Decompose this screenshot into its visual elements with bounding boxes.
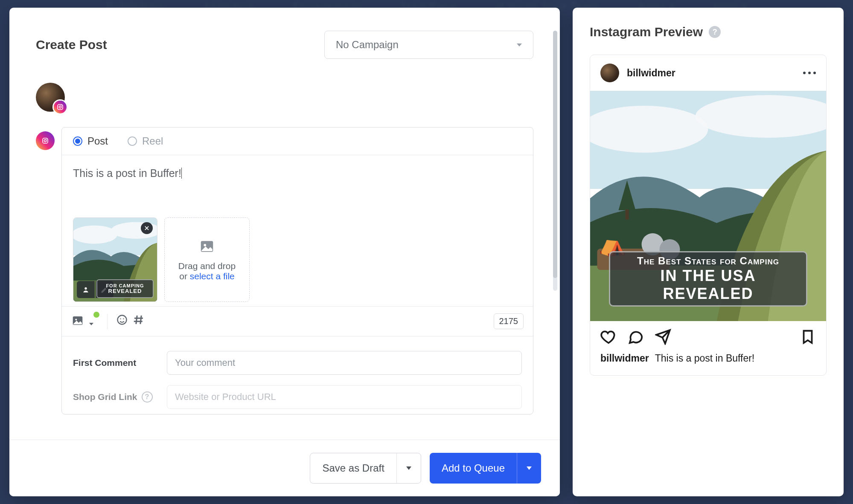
radio-icon [128, 136, 137, 146]
account-avatar[interactable] [36, 83, 65, 112]
chevron-down-icon [89, 323, 93, 325]
hashtag-button[interactable] [132, 313, 145, 329]
create-post-panel: Create Post No Campaign [9, 8, 560, 496]
preview-caption: billwidmer This is a post in Buffer! [590, 350, 826, 375]
emoji-button[interactable] [116, 314, 128, 329]
dropzone-text: or [179, 271, 190, 281]
preview-username: billwidmer [627, 67, 675, 79]
post-text-input[interactable]: This is a post in Buffer! [73, 165, 522, 208]
tag-user-button[interactable] [77, 281, 95, 298]
more-icon[interactable] [803, 72, 816, 74]
preview-caption-text: This is a post in Buffer! [655, 353, 755, 364]
scrollbar[interactable] [553, 31, 557, 291]
campaign-select-value: No Campaign [336, 39, 399, 51]
button-label: Add to Queue [430, 453, 517, 484]
chevron-down-icon [517, 43, 522, 46]
share-icon[interactable] [655, 329, 671, 347]
svg-point-5 [47, 139, 47, 140]
select-file-link[interactable]: select a file [190, 271, 235, 281]
dropzone-text: Drag and drop [178, 261, 236, 271]
preview-caption-username: billwidmer [600, 353, 649, 364]
heart-icon[interactable] [600, 329, 617, 347]
svg-point-7 [73, 226, 117, 244]
svg-rect-21 [626, 209, 629, 220]
post-text-value: This is a post in Buffer! [73, 167, 181, 179]
add-media-button[interactable] [71, 314, 99, 329]
help-icon[interactable]: ? [709, 26, 721, 38]
post-type-post-radio[interactable]: Post [73, 135, 108, 147]
svg-point-4 [44, 139, 46, 142]
composer: Post Reel This is a post in Buffer! [61, 127, 533, 414]
divider [107, 314, 108, 329]
image-icon [199, 238, 215, 257]
status-dot-icon [93, 312, 99, 318]
save-draft-menu-button[interactable] [397, 453, 421, 483]
add-to-queue-button[interactable]: Add to Queue [430, 453, 541, 484]
svg-point-2 [61, 105, 62, 106]
image-dropzone[interactable]: Drag and drop or select a file [164, 217, 250, 302]
instagram-channel-icon [36, 131, 55, 150]
help-icon[interactable]: ? [142, 391, 153, 403]
radio-icon [73, 136, 82, 146]
comment-icon[interactable] [628, 329, 644, 347]
preview-title: Instagram Preview [590, 25, 703, 39]
preview-panel: Instagram Preview ? billwidmer [573, 8, 844, 496]
instagram-preview-card: billwidmer [590, 55, 827, 376]
add-to-queue-menu-button[interactable] [517, 453, 541, 484]
image-text-overlay: The Best States for Camping IN THE USA R… [609, 251, 807, 307]
svg-point-15 [118, 316, 127, 324]
preview-avatar [600, 64, 619, 82]
shop-grid-label: Shop Grid Link ? [73, 391, 158, 403]
button-label: Save as Draft [310, 453, 396, 483]
svg-point-16 [120, 319, 121, 319]
preview-image: ⛺ The Best States for Camping IN THE USA… [590, 91, 826, 321]
instagram-badge-icon [54, 101, 67, 113]
campaign-select[interactable]: No Campaign [324, 31, 533, 59]
char-count: 2175 [494, 313, 524, 329]
shop-grid-input[interactable] [167, 385, 522, 409]
footer: Save as Draft Add to Queue [9, 440, 560, 496]
svg-point-14 [75, 319, 77, 320]
radio-label: Post [87, 135, 108, 147]
page-title: Create Post [36, 38, 107, 52]
svg-point-10 [84, 287, 87, 290]
radio-label: Reel [142, 135, 163, 147]
svg-point-17 [123, 319, 124, 319]
svg-point-1 [59, 106, 61, 108]
save-draft-button[interactable]: Save as Draft [310, 453, 421, 484]
bookmark-icon[interactable] [800, 329, 816, 347]
svg-point-12 [204, 243, 206, 246]
remove-image-button[interactable] [141, 222, 153, 234]
image-text-overlay: FOR CAMPING REVEALED [96, 279, 154, 298]
first-comment-input[interactable] [167, 351, 522, 375]
attached-image[interactable]: FOR CAMPING REVEALED [73, 217, 157, 302]
post-type-reel-radio[interactable]: Reel [128, 135, 163, 147]
first-comment-label: First Comment [73, 358, 158, 368]
